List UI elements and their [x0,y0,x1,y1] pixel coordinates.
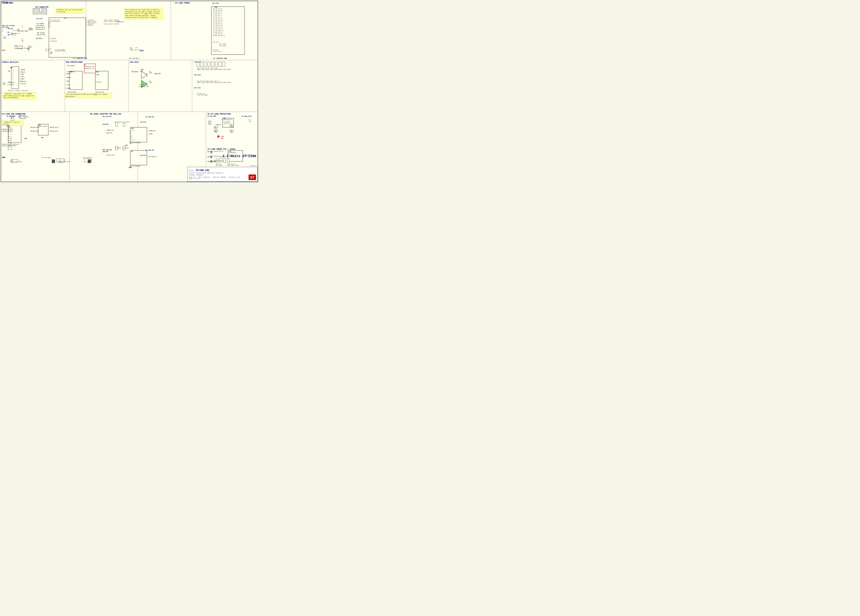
bat60-d3: BAT60FILM D3 [214,160,223,162]
stlinkv3e-swd-label: ST-LINKV3E_SWD [73,58,87,60]
vdd-out-label: VDD OUT [8,28,13,30]
t-swdio-in-out: T_SWDIO_IN [148,130,155,132]
r6-label: R6 3K [46,50,49,52]
led-stlk-net: LED_STLK [154,73,161,74]
specific-constraints-note: * Specific constraints for T_SWDIO and T… [3,92,36,100]
t-nrst-net: T_NRST [139,50,144,52]
revision-info: Revision: C.01 [229,177,240,178]
stdc14-label: STDC14 Receiver [2,61,19,63]
project-value: Nucleo144 H7 SMPS with STLINK V3 [196,172,223,174]
u4-label: U4 [84,64,86,66]
vdd-mcu-label: VDD_MCU [102,124,108,125]
t-jtdi-u8: T_JTDI [66,85,70,86]
mip110-label: MIP110 on STDC14 footprint [8,90,28,91]
nrst-label: NRST [2,49,6,51]
r9-label: R9330R [149,71,152,74]
stlk-swdio-esd: STLK_SWDIO [67,65,75,66]
svg-text:ST: ST [250,176,254,179]
svg-rect-44 [208,62,210,67]
u7a-ctrl-pins: D6 BOOT0C6 PDR_ON [50,38,56,42]
caps-row1: C14 C8 C33 C22 C17 C15 C9 C10100nF 100nF… [197,68,231,70]
c6-label: C6 [10,116,12,117]
nz2520sh-label: NZ2520SH 25MHz [17,30,28,32]
red-label: Red [140,71,143,72]
svg-rect-55 [116,123,118,126]
title-block: Title: STLINK_V3E Project: Nucleo144 H7 … [187,167,258,182]
3v3-stlk-caps-top: 3V3_STLK [194,61,201,63]
dnf-label-1: DNF [125,144,128,146]
st-link-power-3v3-label: ST-LINK POWER 3V3 / 150mA [207,148,235,150]
dfu-connector-label: DFU CONNECTOR [35,6,48,8]
ecmf02-label: ECMF02-2AMX6 [38,125,47,127]
cn5-right-sigs: T_SWDIO T_SWCLK T_SWO T_JTDI T_NRST GNDD… [20,69,27,85]
ld-bicolor-label: LD_BICOLOR_CMS [138,86,149,87]
r24-value: 10K [11,34,13,35]
c4-label: C4 100nF [115,147,121,149]
c7-label: C7 2.2uF [46,49,51,50]
u7b-label: U7B [214,6,217,8]
u1-label: U1 [131,150,133,152]
connector-note: Connector must be on the border of the P… [56,8,85,14]
st-link-3v3-lower: ST_LINK_3V3 [146,149,154,151]
1v3-stlk: 1V3_STLK [140,121,146,123]
r29-label: R2947R [130,47,132,50]
ref-info: Reference: MB1363 [213,177,226,178]
usb-part-number: USB_uB_105017-0001 [2,145,16,147]
bat60-d1: BAT60FILM D1 [214,150,223,152]
c6-value: 100pF [10,117,14,119]
usb-label-u5: USB [41,137,44,138]
c28-label: C28 [29,45,31,47]
usb-dev-hs-p-out: USB_DEV_HS_P [50,131,58,132]
t-vcp-rx-u24: T_VCP_RX [95,82,101,83]
u24-label: U24 [96,71,99,73]
svg-rect-43 [204,62,207,67]
u8-label: U8 [70,71,72,73]
u1-esda-label: ESDALC6V1-1U2 [84,68,94,69]
r7-label-prot: R710K [230,130,233,133]
usb-label-cn1: USB [24,138,27,140]
3v3-stlk-led: 3V3_STLK [132,71,138,72]
stlinkv3e-swd-label-2: ST-LINKV3E_SWD [213,58,227,60]
u10-label: U10 [131,127,134,129]
r17-label: R17 [3,82,5,84]
mcu-1v8-3v3-top: MCU_1V8/3V3 [102,116,112,117]
t-pwr-en-net: T_PWR_EN [215,124,221,125]
t-swclk-u8: T_SWCLK [66,77,71,78]
vdd-out-3: 3 [2,31,3,32]
svg-rect-56 [123,123,125,126]
c13-c12: C13 C122.2uF 2.2uF [213,49,221,52]
svg-rect-48 [223,62,225,67]
stlk-swdio-net: STLK_SWDIO [36,23,44,24]
3v3-stlk-top-right: 3V3_STLK [212,3,219,4]
date-info: Date: 14-FEB-19 [198,177,210,178]
r8-label: R8330R [149,81,152,83]
t-jtdi-u8-label: T_JTDI [66,88,71,89]
en-label: EN [8,31,9,33]
u9-pins: IN OUTEN BYPASS [229,154,236,157]
jp1-label: JP1 [14,45,17,47]
hw7-label: HW7 [52,161,54,162]
st-link-power-title: ST-LINK POWER [175,2,190,4]
cn4-header: Header 2x1 16mm [58,161,70,163]
title-value: STLINK_V3E [196,169,209,172]
sheet-info: Sheet: 9 of 9 [189,178,199,179]
snt100-top: SNT-100-BK-G [129,58,140,59]
t-swdio-in-net: T_SWDIO_IN [116,21,124,23]
3v3-stlk-net-1: 3V3_STLK [36,18,42,19]
ld6-label: LD6 [221,136,224,137]
j14-j15: J14 V12_OTGPHYJ15 REXT_OTGPHY [55,49,66,52]
cn3-header: Header 2x1 16mm [10,161,22,163]
vdd-mcu-lower: VDD_MCU [102,151,108,152]
svg-rect-54 [130,150,147,165]
cap-close-note: * Capacitor close to pin 1 [2,121,24,126]
r17-value: 100R [3,84,6,85]
osc-out: OSC_OUT/PH1 [37,34,46,36]
5v-vin-net: 5V_VIN [207,151,212,152]
svg-rect-17 [49,18,86,57]
3v3-stlk-output: 3V3_STLK [245,154,252,156]
u7a-right-sw: T_SW_DIR/PA7T_SWDIO_IN/PH7T_SWDIO_OUT/PP… [86,20,96,26]
cn4-label: CN4 [59,160,61,161]
t-swdio-u8: T_SWDIO [66,73,71,75]
green-label: Green [140,84,143,86]
t-vcp-rx-stdc14: T_VCP_RX [8,84,14,85]
